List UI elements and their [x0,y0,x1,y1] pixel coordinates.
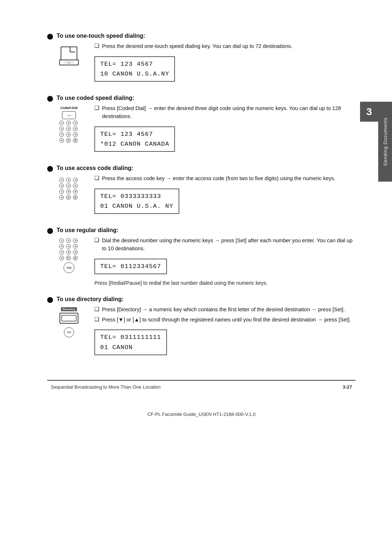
footer-right: 3-27 [343,384,352,390]
lcd-onetouch: TEL= 123 4567 10 CANON U.S.A.NY [94,56,175,82]
content-onetouch: 72 ❑ Press the desired one-touch speed d… [47,42,356,85]
section-regular: To use regular dialing: [47,227,356,234]
footer-bottom: CF-PL Facsimile Guide_USEN HT1-2188-000-… [47,412,356,417]
bullet-icon [47,166,53,172]
content-regular: ① ② ③ ④ ⑤ ⑥ ⑦ ⑧ ⑨ ⑩ ⑪ ⑫ Set [47,237,356,286]
bullet-icon [47,34,53,40]
text-directory: ❑ Press [Directory] → a numeric key whic… [91,306,356,358]
onetouch-device-icon: 72 [54,44,83,69]
set-button: Set [64,262,74,273]
icon-onetouch: 72 [47,42,91,69]
section-directory: To use directory dialing: [47,296,356,303]
bullet-icon [47,228,53,234]
svg-rect-5 [62,315,76,321]
coded-dial-button: ···· [62,111,76,119]
svg-rect-4 [60,313,78,323]
icon-access: ① ② ③ ④ ⑤ ⑥ ⑦ ⑧ ⑨ ⑩ ⑪ ⑫ [47,175,91,200]
directory-set-button: Set [64,327,74,337]
lcd-regular: TEL= 0112334567 [94,259,167,274]
coded-dial-label: Coded Dial [60,106,77,110]
bullet-icon [47,297,53,303]
footer-bar: Sequential Broadcasting to More Than One… [47,384,356,390]
text-regular: ❑ Dial the desired number using the nume… [91,237,356,286]
directory-tray-icon [58,312,80,326]
svg-rect-0 [61,47,77,60]
footer-divider [47,380,356,381]
directory-label: Directory [61,307,77,311]
regular-note: Press [Redial/Pause] to redial the last … [94,280,356,286]
coded-keypad: ① ② ③ ④ ⑤ ⑥ ⑦ ⑧ ⑨ ⑩ ⑪ ⑫ [59,121,79,143]
chapter-number: 3 [360,102,378,122]
bullet-icon [47,96,53,102]
text-access: ❑ Press the access code key → enter the … [91,175,356,217]
text-onetouch: ❑ Press the desired one-touch speed dial… [91,42,356,85]
svg-text:72: 72 [68,62,70,64]
regular-keypad: ① ② ③ ④ ⑤ ⑥ ⑦ ⑧ ⑨ ⑩ ⑪ ⑫ [59,238,79,260]
section-coded: To use coded speed dialing: [47,95,356,102]
section-access: To use access code dialing: [47,165,356,172]
chapter-tab: Sending Documents [378,102,392,182]
icon-directory: Directory Set [47,306,91,337]
lcd-coded: TEL= 123 4567 *012 CANON CANADA [94,126,175,152]
lcd-access: TEL= 0333333333 01 CANON U.S.A. NY [94,189,179,214]
content-directory: Directory Set ❑ Press [Directory] → a nu… [47,306,356,358]
icon-regular: ① ② ③ ④ ⑤ ⑥ ⑦ ⑧ ⑨ ⑩ ⑪ ⑫ Set [47,237,91,273]
access-keypad: ① ② ③ ④ ⑤ ⑥ ⑦ ⑧ ⑨ ⑩ ⑪ ⑫ [59,178,79,200]
content-coded: Coded Dial ···· ① ② ③ ④ ⑤ ⑥ ⑦ ⑧ ⑨ ⑩ ⑪ [47,105,356,155]
lcd-directory: TEL= 0311111111 01 CANON [94,329,167,355]
icon-coded: Coded Dial ···· ① ② ③ ④ ⑤ ⑥ ⑦ ⑧ ⑨ ⑩ ⑪ [47,105,91,143]
section-onetouch: To use one-touch speed dialing: [47,33,356,40]
text-coded: ❑ Press [Coded Dial] → enter the desired… [91,105,356,155]
footer-left: Sequential Broadcasting to More Than One… [51,384,161,390]
content-access: ① ② ③ ④ ⑤ ⑥ ⑦ ⑧ ⑨ ⑩ ⑪ ⑫ ❑ Press the acce… [47,175,356,217]
